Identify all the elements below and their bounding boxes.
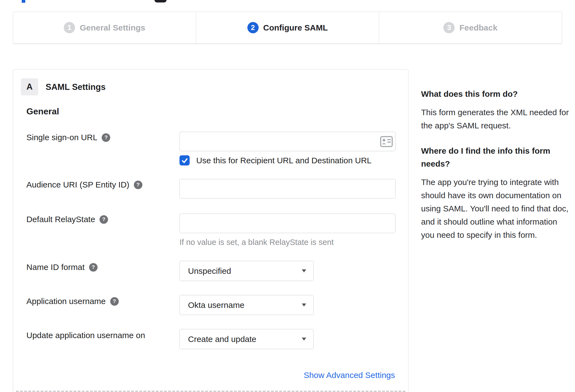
sso-url-label-text: Single sign-on URL — [26, 133, 97, 142]
help-answer-2: The app you're trying to integrate with … — [421, 176, 570, 242]
recipient-url-checkbox[interactable] — [179, 155, 190, 165]
sso-url-label: Single sign-on URL ? — [26, 133, 110, 142]
step-number-badge: 2 — [247, 22, 259, 33]
application-username-select[interactable]: Okta username — [179, 295, 314, 315]
update-username-label-text: Update application username on — [26, 331, 145, 340]
checkmark-icon — [181, 157, 188, 164]
step-number-badge: 3 — [443, 22, 455, 33]
help-question-2: Where do I find the info this form needs… — [421, 144, 570, 170]
saml-settings-panel: A SAML Settings General Single sign-on U… — [13, 69, 408, 392]
help-sidebar: What does this form do? This form genera… — [421, 87, 570, 242]
update-username-value: Create and update — [188, 335, 256, 344]
name-id-format-label-text: Name ID format — [26, 263, 85, 272]
name-id-format-label: Name ID format ? — [26, 263, 98, 272]
section-title: SAML Settings — [46, 82, 106, 92]
help-icon[interactable]: ? — [89, 263, 98, 272]
recipient-url-checkbox-label: Use this for Recipient URL and Destinati… — [196, 156, 372, 165]
help-question-1: What does this form do? — [421, 87, 570, 100]
audience-uri-label-text: Audience URI (SP Entity ID) — [26, 180, 129, 189]
name-id-format-value: Unspecified — [188, 266, 231, 276]
help-icon[interactable]: ? — [134, 181, 142, 189]
step-label: General Settings — [80, 23, 145, 32]
update-username-label: Update application username on — [26, 331, 145, 340]
relaystate-input[interactable] — [179, 214, 396, 233]
show-advanced-settings-link[interactable]: Show Advanced Settings — [304, 371, 395, 380]
step-label: Configure SAML — [263, 23, 328, 32]
clipped-header-fragment — [22, 0, 25, 3]
wizard-stepper: 1 General Settings 2 Configure SAML 3 Fe… — [13, 12, 562, 44]
clipped-logo-fragment — [154, 0, 167, 2]
help-icon[interactable]: ? — [110, 297, 119, 306]
chevron-down-icon — [302, 338, 306, 341]
section-dashed-divider — [16, 391, 405, 392]
audience-uri-input[interactable] — [179, 179, 396, 198]
general-group-title: General — [26, 106, 59, 117]
help-answer-1: This form generates the XML needed for t… — [421, 106, 570, 132]
application-username-label: Application username ? — [26, 297, 119, 306]
chevron-down-icon — [302, 303, 306, 307]
chevron-down-icon — [302, 269, 306, 272]
step-number-badge: 1 — [64, 22, 75, 33]
step-general-settings[interactable]: 1 General Settings — [13, 12, 196, 43]
application-username-label-text: Application username — [26, 297, 106, 306]
help-icon[interactable]: ? — [102, 133, 110, 142]
step-configure-saml[interactable]: 2 Configure SAML — [196, 12, 379, 43]
relaystate-label-text: Default RelayState — [26, 215, 95, 224]
sso-url-input[interactable] — [179, 132, 396, 151]
recipient-url-checkbox-row: Use this for Recipient URL and Destinati… — [179, 155, 372, 165]
relaystate-label: Default RelayState ? — [26, 215, 108, 224]
application-username-value: Okta username — [188, 300, 244, 310]
step-feedback[interactable]: 3 Feedback — [379, 12, 562, 43]
help-icon[interactable]: ? — [99, 215, 108, 224]
audience-uri-label: Audience URI (SP Entity ID) ? — [26, 180, 142, 189]
step-label: Feedback — [459, 23, 497, 32]
name-id-format-select[interactable]: Unspecified — [179, 261, 314, 281]
update-username-select[interactable]: Create and update — [179, 329, 314, 349]
section-a-badge: A — [21, 78, 38, 95]
relaystate-helper-text: If no value is set, a blank RelayState i… — [179, 238, 334, 247]
contact-card-icon[interactable] — [380, 136, 393, 147]
